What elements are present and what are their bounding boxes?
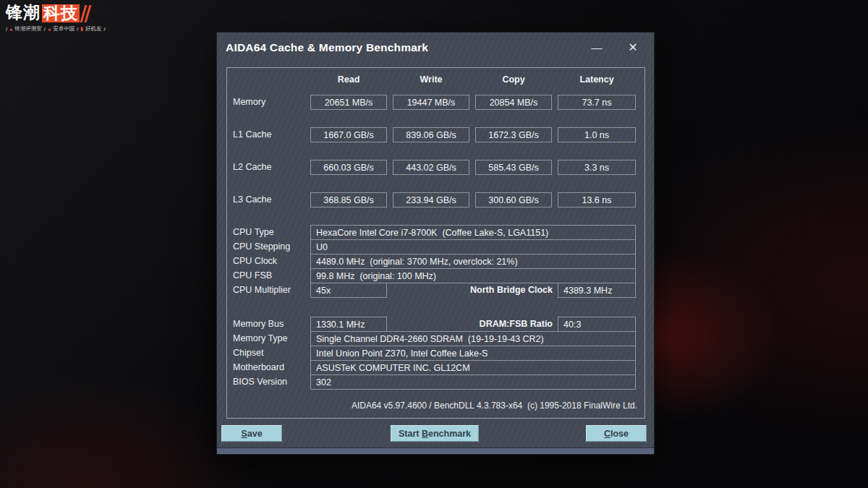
field-label-north-bridge-clock: North Bridge Clock	[444, 285, 553, 295]
minimize-button[interactable]: —	[587, 38, 606, 56]
memory-type-value: Single Channel DDR4-2660 SDRAM (19-19-19…	[310, 331, 636, 346]
l1-latency-value: 1.0 ns	[558, 127, 636, 142]
dram-fsb-ratio-value: 40:3	[558, 317, 636, 332]
column-header-latency: Latency	[558, 74, 636, 85]
close-dialog-button[interactable]: Close	[586, 425, 647, 442]
field-label-cpu-fsb: CPU FSB	[233, 270, 272, 281]
save-button[interactable]: Save	[221, 425, 282, 442]
benchmark-panel: Read Write Copy Latency Memory 20651 MB/…	[226, 67, 645, 419]
cpu-clock-value: 4489.0 MHz (original: 3700 MHz, overcloc…	[310, 254, 636, 269]
l3-latency-value: 13.6 ns	[558, 192, 636, 207]
l3-read-value: 368.85 GB/s	[310, 192, 387, 207]
field-label-chipset: Chipset	[233, 348, 263, 358]
fengchao-lab-icon: ●	[9, 27, 12, 32]
android-china-icon: ●	[48, 27, 51, 32]
window-title: AIDA64 Cache & Memory Benchmark	[226, 41, 428, 54]
l2-latency-value: 3.3 ns	[558, 160, 636, 175]
version-credits: AIDA64 v5.97.4600 / BenchDLL 4.3.783-x64…	[352, 401, 637, 411]
l1-write-value: 839.06 GB/s	[393, 127, 469, 142]
field-label-motherboard: Motherboard	[233, 362, 284, 372]
row-label-l3-cache: L3 Cache	[233, 194, 272, 205]
cpu-fsb-value: 99.8 MHz (original: 100 MHz)	[310, 268, 636, 283]
field-label-dram-fsb-ratio: DRAM:FSB Ratio	[444, 319, 553, 329]
l3-write-value: 233.94 GB/s	[393, 192, 469, 207]
row-label-l2-cache: L2 Cache	[233, 162, 272, 172]
fengchao-logo: 锋潮 科技 / ● 锋潮评测室 / ● 安卓中国 / ▮ 好机友 /	[6, 4, 106, 33]
close-button[interactable]: ✕	[624, 38, 642, 56]
tagline-item: 好机友	[85, 25, 102, 33]
memory-write-value: 19447 MB/s	[393, 95, 469, 110]
cpu-type-value: HexaCore Intel Core i7-8700K (Coffee Lak…	[310, 225, 636, 240]
tagline-item: 锋潮评测室	[14, 25, 42, 33]
column-header-write: Write	[393, 74, 469, 85]
field-label-cpu-type: CPU Type	[233, 227, 274, 237]
l3-copy-value: 300.60 GB/s	[475, 192, 552, 207]
fengchao-logo-wordmark: 锋潮 科技	[6, 4, 106, 22]
logo-text-fengchao: 锋潮	[6, 4, 41, 22]
field-label-memory-bus: Memory Bus	[233, 319, 284, 329]
logo-slash-bars-icon	[82, 4, 89, 22]
column-header-read: Read	[310, 74, 387, 85]
logo-tagline: / ● 锋潮评测室 / ● 安卓中国 / ▮ 好机友 /	[6, 25, 106, 33]
field-label-cpu-multiplier: CPU Multiplier	[233, 285, 291, 295]
column-header-copy: Copy	[475, 74, 552, 85]
l1-read-value: 1667.0 GB/s	[310, 127, 387, 142]
logo-text-keji: 科技	[42, 4, 80, 22]
window-bottom-strip	[217, 448, 654, 454]
field-label-memory-type: Memory Type	[233, 333, 288, 343]
field-label-bios-version: BIOS Version	[233, 377, 287, 387]
l2-write-value: 443.02 GB/s	[393, 160, 469, 175]
l2-copy-value: 585.43 GB/s	[475, 160, 552, 175]
cpu-stepping-value: U0	[310, 239, 636, 254]
memory-bus-value: 1330.1 MHz	[310, 317, 387, 332]
chipset-value: Intel Union Point Z370, Intel Coffee Lak…	[310, 346, 636, 361]
memory-copy-value: 20854 MB/s	[475, 95, 552, 110]
bios-version-value: 302	[310, 374, 636, 390]
l1-copy-value: 1672.3 GB/s	[475, 127, 552, 142]
row-label-l1-cache: L1 Cache	[233, 129, 272, 140]
cpu-multiplier-value: 45x	[310, 283, 387, 298]
tagline-item: 安卓中国	[53, 25, 75, 33]
haojiyou-icon: ▮	[80, 26, 83, 32]
memory-latency-value: 73.7 ns	[558, 95, 636, 110]
aida64-benchmark-window: AIDA64 Cache & Memory Benchmark — ✕ Read…	[217, 33, 654, 454]
row-label-memory: Memory	[233, 97, 265, 107]
motherboard-value: ASUSTeK COMPUTER INC. GL12CM	[310, 360, 636, 375]
desktop-background: 锋潮 科技 / ● 锋潮评测室 / ● 安卓中国 / ▮ 好机友 / AIDA6…	[0, 0, 868, 488]
field-label-cpu-stepping: CPU Stepping	[233, 241, 290, 252]
l2-read-value: 660.03 GB/s	[310, 160, 387, 175]
north-bridge-clock-value: 4389.3 MHz	[558, 283, 636, 298]
memory-read-value: 20651 MB/s	[310, 95, 387, 110]
field-label-cpu-clock: CPU Clock	[233, 256, 277, 266]
start-benchmark-button[interactable]: Start Benchmark	[391, 425, 479, 442]
